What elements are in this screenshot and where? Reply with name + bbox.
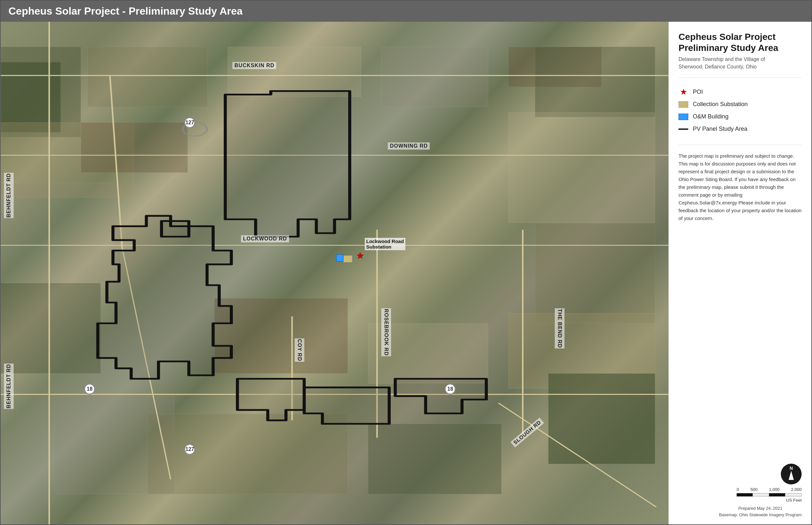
star-icon: ★ <box>680 87 687 97</box>
compass-north-label: N <box>789 466 793 471</box>
compass-arrow <box>788 471 794 480</box>
svg-marker-11 <box>226 91 350 237</box>
compass: N <box>781 464 802 484</box>
buckskin-rd-label: BUCKSKIN RD <box>233 62 276 69</box>
svg-marker-14 <box>237 379 304 420</box>
behnfeldt-rd-bot-label: BEHNFELDT RD <box>4 363 14 409</box>
scale-seg-3 <box>769 493 785 496</box>
legend-pv-label: PV Panel Study Area <box>693 125 748 132</box>
legend-pv-icon <box>679 125 688 133</box>
legend-om-building: O&M Building <box>679 113 802 121</box>
svg-line-8 <box>498 403 656 507</box>
scale-seg-2 <box>753 493 769 496</box>
scale-bar-section: 0 500 1,000 2,000 US Feet <box>737 487 802 502</box>
legend-poi-icon: ★ <box>679 88 688 96</box>
legend-poi: ★ POI <box>679 88 802 96</box>
poi-star-marker: ★ <box>356 250 364 261</box>
sidebar-title: Cepheus Solar ProjectPreliminary Study A… <box>679 31 802 53</box>
blue-box-icon <box>679 114 688 120</box>
description-text: The project map is preliminary and subje… <box>679 152 802 222</box>
compass-section: N 0 500 1,000 2,000 <box>679 464 802 518</box>
lockwood-road-substation-label: Lockwood RoadSubstation <box>365 238 406 250</box>
scale-seg-4 <box>785 493 802 496</box>
downing-rd-label: DOWNING RD <box>388 142 430 150</box>
legend-divider <box>679 77 802 78</box>
lockwood-rd-label: LOCKWOOD RD <box>241 235 289 242</box>
sidebar-subtitle: Delaware Township and the Village ofSher… <box>679 56 802 71</box>
scale-unit: US Feet <box>786 498 802 502</box>
svg-marker-12 <box>98 216 231 379</box>
scale-1000: 1,000 <box>769 487 780 492</box>
scale-500: 500 <box>751 487 758 492</box>
scale-seg-1 <box>737 493 753 496</box>
coy-rd-label: COY RD <box>294 339 304 362</box>
scale-bar <box>737 493 802 496</box>
legend-cs-label: Collection Substation <box>693 101 748 108</box>
legend-collection-substation: Collection Substation <box>679 101 802 108</box>
svg-marker-16 <box>395 379 486 414</box>
map-container: Cepheus Solar Project - Preliminary Stud… <box>0 0 812 525</box>
svg-marker-15 <box>304 387 389 424</box>
map-title: Cepheus Solar Project - Preliminary Stud… <box>9 5 243 17</box>
scale-2000: 2,000 <box>791 487 802 492</box>
om-building-marker <box>336 254 343 261</box>
svg-line-9 <box>110 76 122 247</box>
legend-om-label: O&M Building <box>693 113 728 120</box>
map-area: BUCKSKIN RD DOWNING RD LOCKWOOD RD BEHNF… <box>1 22 668 524</box>
behnfeldt-rd-top-label: BEHNFELDT RD <box>4 172 14 218</box>
svg-marker-13 <box>161 221 189 237</box>
scale-labels: 0 500 1,000 2,000 <box>737 487 802 492</box>
legend-om-icon <box>679 113 688 121</box>
legend-pv-panel: PV Panel Study Area <box>679 125 802 133</box>
legend-poi-label: POI <box>693 89 703 95</box>
the-bend-rd-label: THE BEND RD <box>555 308 565 348</box>
rosebrook-rd-label: ROSEBROOK RD <box>381 308 391 356</box>
scale-0: 0 <box>737 487 739 492</box>
line-icon <box>679 129 688 130</box>
title-bar: Cepheus Solar Project - Preliminary Stud… <box>1 1 811 22</box>
map-svg <box>1 22 668 524</box>
description-divider <box>679 145 802 145</box>
prepared-text: Prepared May 24, 2021Basemap: Ohio State… <box>719 505 802 518</box>
collection-substation-marker <box>343 255 352 262</box>
main-content: BUCKSKIN RD DOWNING RD LOCKWOOD RD BEHNF… <box>1 22 811 524</box>
sidebar: Cepheus Solar ProjectPreliminary Study A… <box>668 22 811 524</box>
legend-cs-icon <box>679 101 688 108</box>
legend-section: ★ POI Collection Substation O&M Building <box>679 88 802 138</box>
tan-box-icon <box>679 101 688 108</box>
